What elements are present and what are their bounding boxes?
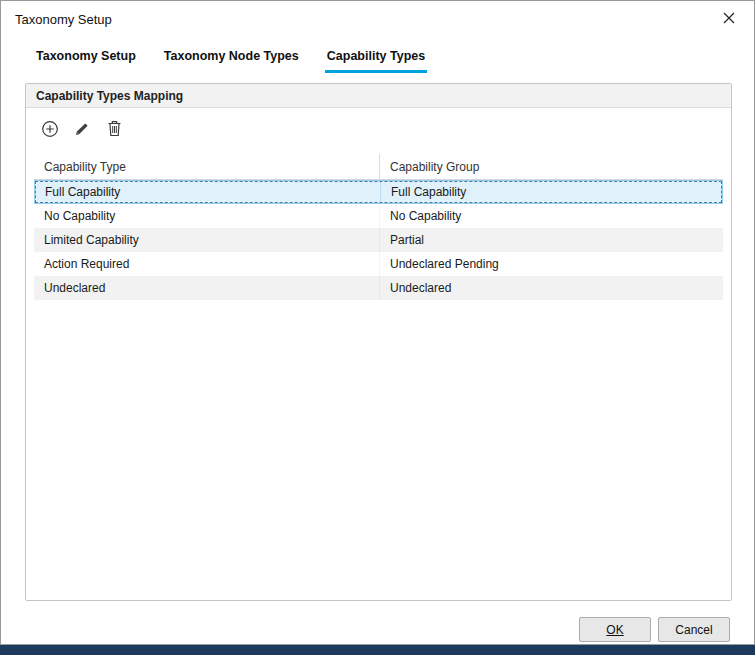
mapping-toolbar bbox=[26, 108, 731, 150]
close-icon bbox=[723, 12, 735, 27]
cell-capability-type: Undeclared bbox=[34, 276, 380, 300]
group-header: Capability Types Mapping bbox=[26, 84, 731, 108]
cancel-button[interactable]: Cancel bbox=[658, 617, 730, 642]
table-row[interactable]: Limited Capability Partial bbox=[34, 228, 723, 252]
cell-capability-type: Full Capability bbox=[35, 181, 381, 203]
cancel-button-label: Cancel bbox=[675, 623, 712, 637]
table-row[interactable]: No Capability No Capability bbox=[34, 204, 723, 228]
column-header-capability-type[interactable]: Capability Type bbox=[34, 154, 380, 179]
tab-strip: Taxonomy Setup Taxonomy Node Types Capab… bbox=[1, 37, 754, 73]
cell-capability-group: Full Capability bbox=[381, 181, 722, 203]
table-row[interactable]: Full Capability Full Capability bbox=[34, 180, 723, 204]
ok-button[interactable]: OK bbox=[579, 617, 651, 642]
window-title: Taxonomy Setup bbox=[15, 12, 716, 27]
background-window-strip bbox=[0, 645, 755, 655]
taxonomy-setup-dialog: Taxonomy Setup Taxonomy Setup Taxonomy N… bbox=[0, 0, 755, 645]
close-button[interactable] bbox=[716, 6, 742, 32]
trash-icon bbox=[107, 120, 122, 140]
cell-capability-group: Undeclared bbox=[380, 276, 723, 300]
ok-button-label: OK bbox=[606, 623, 623, 637]
table-header-row: Capability Type Capability Group bbox=[34, 154, 723, 180]
dialog-footer: OK Cancel bbox=[579, 617, 730, 642]
tab-taxonomy-node-types[interactable]: Taxonomy Node Types bbox=[162, 45, 301, 73]
table-row[interactable]: Action Required Undeclared Pending bbox=[34, 252, 723, 276]
pencil-icon bbox=[74, 121, 90, 140]
tab-taxonomy-setup[interactable]: Taxonomy Setup bbox=[34, 45, 138, 73]
group-title: Capability Types Mapping bbox=[36, 89, 183, 103]
capability-mapping-table: Capability Type Capability Group Full Ca… bbox=[34, 154, 723, 300]
delete-button[interactable] bbox=[104, 120, 124, 140]
cell-capability-group: Undeclared Pending bbox=[380, 252, 723, 276]
cell-capability-type: No Capability bbox=[34, 204, 380, 228]
tab-capability-types[interactable]: Capability Types bbox=[325, 45, 427, 73]
add-circle-icon bbox=[41, 120, 59, 141]
column-header-capability-group[interactable]: Capability Group bbox=[380, 154, 723, 179]
edit-button[interactable] bbox=[72, 120, 92, 140]
cell-capability-group: Partial bbox=[380, 228, 723, 252]
add-button[interactable] bbox=[40, 120, 60, 140]
title-bar: Taxonomy Setup bbox=[1, 1, 754, 37]
table-row[interactable]: Undeclared Undeclared bbox=[34, 276, 723, 300]
cell-capability-type: Limited Capability bbox=[34, 228, 380, 252]
cell-capability-type: Action Required bbox=[34, 252, 380, 276]
capability-types-mapping-group: Capability Types Mapping bbox=[25, 83, 732, 601]
cell-capability-group: No Capability bbox=[380, 204, 723, 228]
